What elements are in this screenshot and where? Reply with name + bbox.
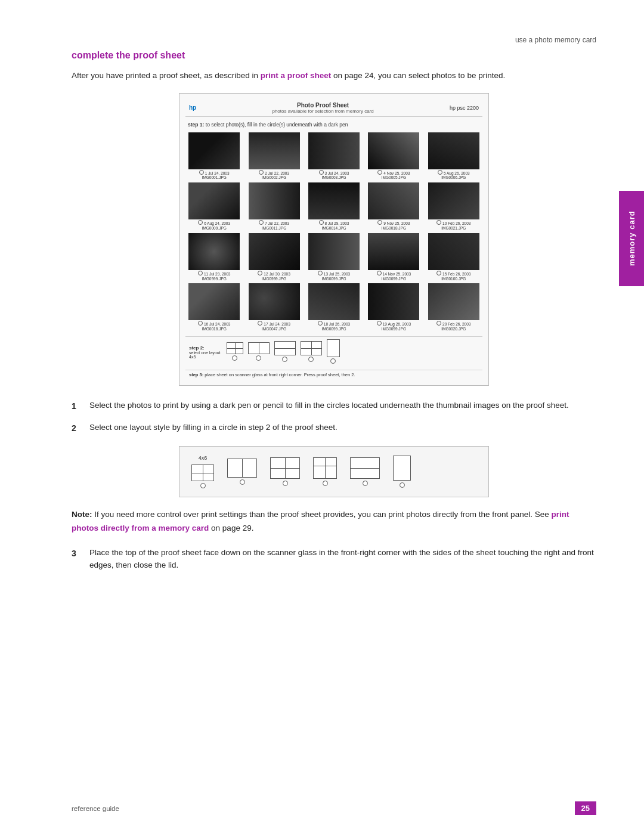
step2-desc: select one layout bbox=[189, 351, 221, 355]
layout-options bbox=[227, 339, 340, 365]
bottom-left-label: reference guide bbox=[72, 805, 119, 812]
proof-sheet-subtitle: photos available for selection from memo… bbox=[196, 109, 450, 114]
thumb-15: 15 Feb 26, 2003IMG0100.JPG bbox=[425, 233, 482, 281]
thumb-4: 4 Nov 25, 2003IMG0005.JPG bbox=[365, 132, 422, 181]
lbox-split bbox=[313, 457, 337, 486]
proof-sheet-image: hp Photo Proof Sheet photos available fo… bbox=[179, 93, 489, 386]
thumbnails-grid: 1 Jul 24, 2003IMG0001.JPG 2 Jul 22, 2003… bbox=[185, 132, 482, 332]
proof-step1: step 1: to select photo(s), fill in the … bbox=[185, 120, 482, 129]
lbox-half-icon bbox=[270, 457, 300, 479]
lbox-border-icon bbox=[350, 457, 380, 479]
thumb-8: 8 Jul 29, 2003IMG0014.JPG bbox=[305, 182, 363, 231]
section-heading: complete the proof sheet bbox=[72, 50, 596, 61]
thumb-18: 18 Jul 26, 2003IMG0099.JPG bbox=[305, 283, 363, 332]
thumb-9: 9 Nov 25, 2003IMG0018.JPG bbox=[365, 182, 422, 231]
proof-step3: step 3: place sheet on scanner glass at … bbox=[185, 370, 482, 379]
page-number: 25 bbox=[581, 804, 590, 813]
lbox-border bbox=[350, 457, 380, 486]
thumb-5: 5 Aug 26, 2003IMG0006.JPG bbox=[425, 132, 482, 181]
proof-step2-row: step 2: select one layout 4x5 bbox=[185, 336, 482, 367]
print-proof-sheet-link[interactable]: print a proof sheet bbox=[261, 71, 332, 80]
list-item-step2: 2 Select one layout style by filling in … bbox=[72, 421, 596, 435]
thumb-13: 13 Jul 25, 2003IMG0099.JPG bbox=[305, 233, 363, 281]
directly-from-card-link[interactable]: directly from a memory card bbox=[98, 524, 209, 532]
lbox-4x6: 4x6 bbox=[191, 455, 214, 488]
thumb-17: 17 Jul 24, 2003IMG0047.JPG bbox=[245, 283, 302, 332]
lbox-4x6-icon bbox=[191, 465, 214, 481]
lbox-half bbox=[270, 457, 300, 486]
side-tab: memory card bbox=[619, 191, 644, 286]
page-container: memory card use a photo memory card comp… bbox=[0, 0, 644, 833]
thumb-7: 7 Jul 22, 2003IMG0011.JPG bbox=[245, 182, 302, 231]
thumb-12: 12 Jul 30, 2003IMG0999.JPG bbox=[245, 233, 302, 281]
thumb-20: 20 Feb 26, 2003IMG0020.JPG bbox=[425, 283, 482, 332]
step3-list: 3 Place the top of the proof sheet face … bbox=[72, 546, 596, 572]
thumb-14: 14 Nov 25, 2003IMG0099.JPG bbox=[365, 233, 422, 281]
thumb-6: 6 Aug 24, 2003IMG0009.JPG bbox=[185, 182, 243, 231]
lbox-split-icon bbox=[313, 457, 337, 479]
proof-sheet-title: Photo Proof Sheet bbox=[196, 102, 450, 109]
layout-2x2 bbox=[248, 342, 270, 362]
side-tab-label: memory card bbox=[627, 211, 636, 267]
layout-diagram: 4x6 bbox=[179, 446, 489, 497]
steps-list: 1 Select the photos to print by using a … bbox=[72, 399, 596, 435]
lbox-2up bbox=[227, 459, 257, 485]
printer-model: hp psc 2200 bbox=[450, 105, 479, 111]
top-right-label: use a photo memory card bbox=[72, 36, 596, 44]
thumb-11: 11 Jul 29, 2003IMG0999.JPG bbox=[185, 233, 243, 281]
thumb-10: 10 Feb 26, 2003IMG0021.JPG bbox=[425, 182, 482, 231]
layout-2col bbox=[301, 341, 322, 363]
list-item-step3: 3 Place the top of the proof sheet face … bbox=[72, 546, 596, 572]
step2-label: step 2: bbox=[189, 345, 221, 351]
thumb-2: 2 Jul 22, 2003IMG0002.JPG bbox=[245, 132, 302, 181]
lbox-single-icon bbox=[393, 456, 411, 481]
note-paragraph: Note: If you need more control over prin… bbox=[72, 508, 596, 535]
list-item-step1: 1 Select the photos to print by using a … bbox=[72, 399, 596, 413]
proof-sheet-header: hp Photo Proof Sheet photos available fo… bbox=[185, 100, 482, 117]
page-number-box: 25 bbox=[575, 801, 596, 815]
layout-size-label: 4x5 bbox=[189, 355, 221, 359]
thumb-16: 16 Jul 24, 2003IMG0018.JPG bbox=[185, 283, 243, 332]
intro-paragraph: After you have printed a proof sheet, as… bbox=[72, 69, 596, 82]
layout-half bbox=[274, 341, 296, 363]
layout-single bbox=[327, 339, 340, 365]
layout-4up bbox=[227, 342, 243, 362]
lbox-2up-icon bbox=[227, 459, 257, 478]
thumb-19: 19 Aug 26, 2003IMG0099.JPG bbox=[365, 283, 422, 332]
thumb-3: 3 Jul 24, 2003IMG0003.JPG bbox=[305, 132, 363, 181]
lbox-single bbox=[393, 456, 411, 488]
bottom-bar: reference guide 25 bbox=[0, 801, 644, 815]
thumb-1: 1 Jul 24, 2003IMG0001.JPG bbox=[185, 132, 243, 181]
hp-logo: hp bbox=[189, 104, 196, 111]
